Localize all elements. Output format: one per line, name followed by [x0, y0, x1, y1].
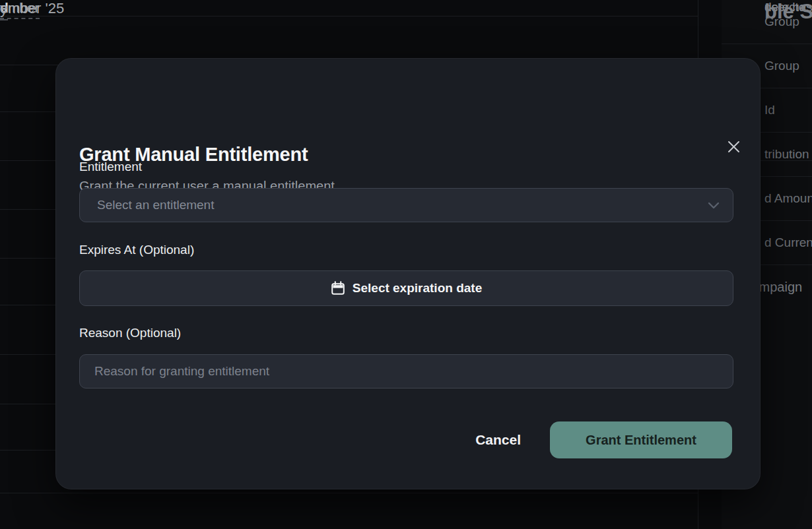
panel-field-text: Id — [764, 103, 775, 117]
expiration-date-button-label: Select expiration date — [353, 281, 482, 296]
entitlement-label: Entitlement — [79, 160, 142, 174]
expires-at-label: Expires At (Optional) — [79, 243, 194, 257]
close-button[interactable] — [723, 136, 744, 157]
entitlement-select-placeholder: Select an entitlement — [80, 198, 708, 212]
panel-field-text: d Amount — [764, 191, 812, 206]
panel-field-text: d Currency — [764, 235, 812, 250]
close-icon — [727, 140, 741, 154]
reason-label: Reason (Optional) — [79, 326, 181, 340]
entitlement-select[interactable]: Select an entitlement — [79, 188, 733, 222]
panel-field-text: tribution — [764, 147, 809, 162]
row-separator — [0, 493, 698, 493]
panel-field-text: Group — [764, 15, 799, 29]
expiration-date-button[interactable]: Select expiration date — [79, 270, 733, 306]
row-separator — [0, 16, 698, 16]
dialog-footer: Cancel Grant Entitlement — [79, 421, 732, 458]
table-cell-fragment: ember '25 — [0, 0, 64, 17]
reason-input[interactable] — [79, 354, 733, 389]
calendar-icon — [331, 281, 345, 296]
chevron-down-icon — [708, 202, 720, 209]
cancel-button[interactable]: Cancel — [475, 432, 521, 448]
grant-entitlement-button[interactable]: Grant Entitlement — [550, 421, 732, 458]
panel-field-label: Group — [722, 0, 812, 44]
panel-field-text: Group — [764, 59, 799, 73]
grant-entitlement-dialog: Grant Manual Entitlement Grant the curre… — [55, 58, 761, 489]
